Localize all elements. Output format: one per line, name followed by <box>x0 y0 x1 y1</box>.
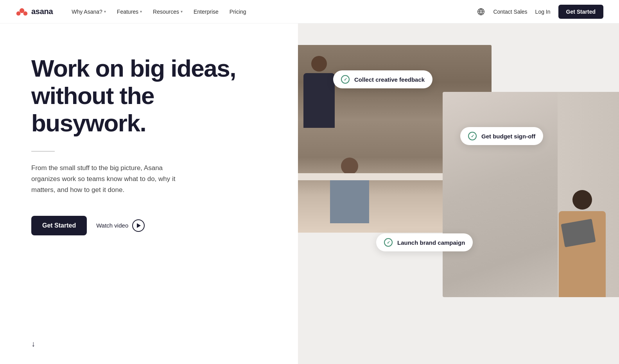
person-standing <box>298 56 343 158</box>
person2-head <box>341 158 358 175</box>
hero-subtext: From the small stuff to the big picture,… <box>31 163 180 195</box>
cta-row: Get Started Watch video <box>31 216 275 235</box>
nav-item-pricing[interactable]: Pricing <box>225 6 251 17</box>
check-circle-icon: ✓ <box>468 132 477 140</box>
person-with-laptop <box>559 190 606 297</box>
laptop <box>561 219 596 247</box>
play-icon <box>132 219 145 232</box>
globe-icon[interactable] <box>477 7 485 16</box>
task-chip-budget-sign-off: ✓ Get budget sign-off <box>460 127 543 145</box>
logo[interactable]: asana <box>16 7 53 16</box>
svg-point-2 <box>23 11 28 16</box>
chevron-down-icon: ▾ <box>104 9 106 14</box>
person2-body <box>330 176 369 223</box>
chevron-down-icon: ▾ <box>140 9 142 14</box>
person-body <box>303 73 335 128</box>
task-chip-label-budget: Get budget sign-off <box>481 133 535 140</box>
chevron-down-icon: ▾ <box>181 9 183 14</box>
site-header: asana Why Asana? ▾ Features ▾ Resources … <box>0 0 619 23</box>
task-chip-label-launch: Launch brand campaign <box>397 239 465 246</box>
get-started-button-header[interactable]: Get Started <box>558 5 603 19</box>
person-sitting <box>330 158 369 223</box>
hero-section: Work on big ideas, without the busywork.… <box>0 23 298 364</box>
hero-image-area: ✓ Collect creative feedback ✓ Get budget… <box>298 23 619 364</box>
nav-item-features[interactable]: Features ▾ <box>112 6 147 17</box>
person-head <box>311 56 327 72</box>
task-chip-launch-campaign: ✓ Launch brand campaign <box>376 233 473 251</box>
header-right: Contact Sales Log In Get Started <box>477 5 603 19</box>
play-triangle <box>137 223 141 228</box>
divider <box>31 151 55 152</box>
watch-video-button[interactable]: Watch video <box>96 219 145 232</box>
office-photo-secondary-inner <box>443 92 619 297</box>
asana-logo-icon <box>16 8 28 16</box>
nav-item-resources[interactable]: Resources ▾ <box>148 6 187 17</box>
hero-headline: Work on big ideas, without the busywork. <box>31 55 275 137</box>
header-left: asana Why Asana? ▾ Features ▾ Resources … <box>16 6 251 17</box>
logo-text: asana <box>31 7 53 16</box>
contact-sales-link[interactable]: Contact Sales <box>493 9 527 15</box>
nav-item-why-asana[interactable]: Why Asana? ▾ <box>67 6 111 17</box>
login-button[interactable]: Log In <box>535 9 551 15</box>
task-chip-collect-feedback: ✓ Collect creative feedback <box>333 70 432 88</box>
person3-head <box>572 190 592 210</box>
main-content: Work on big ideas, without the busywork.… <box>0 23 619 364</box>
task-chip-label-collect: Collect creative feedback <box>354 76 425 83</box>
nav-item-enterprise[interactable]: Enterprise <box>189 6 223 17</box>
svg-point-1 <box>16 11 21 16</box>
office-photo-secondary <box>443 92 619 297</box>
check-circle-icon: ✓ <box>384 238 393 247</box>
person3-body <box>559 211 606 297</box>
check-circle-icon: ✓ <box>341 75 350 84</box>
images-container: ✓ Collect creative feedback ✓ Get budget… <box>298 23 619 364</box>
get-started-button-main[interactable]: Get Started <box>31 216 87 235</box>
main-nav: Why Asana? ▾ Features ▾ Resources ▾ Ente… <box>67 6 251 17</box>
scroll-down-arrow[interactable]: ↓ <box>31 339 35 348</box>
